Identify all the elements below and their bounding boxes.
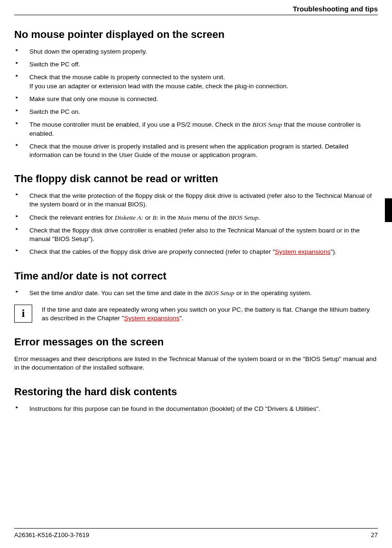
text: or <box>143 214 153 221</box>
link-system-expansions[interactable]: System expansions <box>124 315 180 322</box>
list-item: Make sure that only one mouse is connect… <box>14 95 378 103</box>
heading-time-date: Time and/or date is not correct <box>14 270 378 282</box>
list-item: Check that the floppy disk drive control… <box>14 226 378 243</box>
list-item: Instructions for this purpose can be fou… <box>14 405 378 413</box>
list-item: Check that the write protection of the f… <box>14 192 378 209</box>
italic-text: BIOS Setup <box>205 289 235 297</box>
list-item: Check the relevant entries for Diskette … <box>14 214 378 222</box>
list-item: Shut down the operating system properly. <box>14 47 378 56</box>
heading-floppy: The floppy disk cannot be read or writte… <box>14 173 378 185</box>
italic-text: Diskette A: <box>115 214 143 221</box>
list-time-date: Set the time and/or date. You can set th… <box>14 289 378 297</box>
paragraph-error-messages: Error messages and their descriptions ar… <box>14 355 378 372</box>
footer-doc-id: A26361-K516-Z100-3-7619 <box>14 531 89 539</box>
text: Check that the mouse cable is properly c… <box>29 74 225 81</box>
text: . <box>258 214 260 221</box>
text: Check the relevant entries for <box>29 214 115 221</box>
link-system-expansions[interactable]: System expansions <box>275 248 330 255</box>
italic-text: BIOS Setup <box>253 121 283 128</box>
italic-text: BIOS Setup <box>228 214 258 221</box>
text: Check that the cables of the floppy disk… <box>29 248 275 255</box>
list-item: Switch the PC on. <box>14 108 378 116</box>
heading-restoring: Restoring the hard disk contents <box>14 386 378 398</box>
page-header: Troubleshooting and tips <box>14 5 378 15</box>
heading-no-mouse: No mouse pointer displayed on the screen <box>14 28 378 41</box>
list-item: The mouse controller must be enabled, if… <box>14 121 378 138</box>
text: If you use an adapter or extension lead … <box>29 83 288 90</box>
info-box: i If the time and date are repeatedly wr… <box>14 305 378 323</box>
list-item: Set the time and/or date. You can set th… <box>14 289 378 297</box>
list-restoring: Instructions for this purpose can be fou… <box>14 405 378 413</box>
list-item: Switch the PC off. <box>14 60 378 69</box>
list-item: Check that the mouse driver is properly … <box>14 142 378 159</box>
text: Set the time and/or date. You can set th… <box>29 289 205 297</box>
header-title: Troubleshooting and tips <box>293 5 378 13</box>
text: in the <box>158 214 178 221</box>
italic-text: B: <box>153 214 159 221</box>
text: "). <box>330 248 337 255</box>
footer-page-num: 27 <box>371 531 378 539</box>
text: The mouse controller must be enabled, if… <box>29 121 253 128</box>
list-no-mouse: Shut down the operating system properly.… <box>14 47 378 159</box>
heading-error-messages: Error messages on the screen <box>14 336 378 348</box>
page-content: Troubleshooting and tips No mouse pointe… <box>0 0 392 427</box>
text: ". <box>180 315 184 322</box>
info-icon: i <box>14 305 32 323</box>
section-tab-marker <box>385 198 392 222</box>
text: menu of the <box>191 214 229 221</box>
list-item: Check that the mouse cable is properly c… <box>14 73 378 90</box>
info-text: If the time and date are repeatedly wron… <box>42 305 378 323</box>
italic-text: Main <box>178 214 191 221</box>
text: If the time and date are repeatedly wron… <box>42 306 370 322</box>
text: or in the operating system. <box>235 289 312 297</box>
page-footer: A26361-K516-Z100-3-7619 27 <box>14 528 378 539</box>
list-floppy: Check that the write protection of the f… <box>14 192 378 256</box>
list-item: Check that the cables of the floppy disk… <box>14 248 378 256</box>
